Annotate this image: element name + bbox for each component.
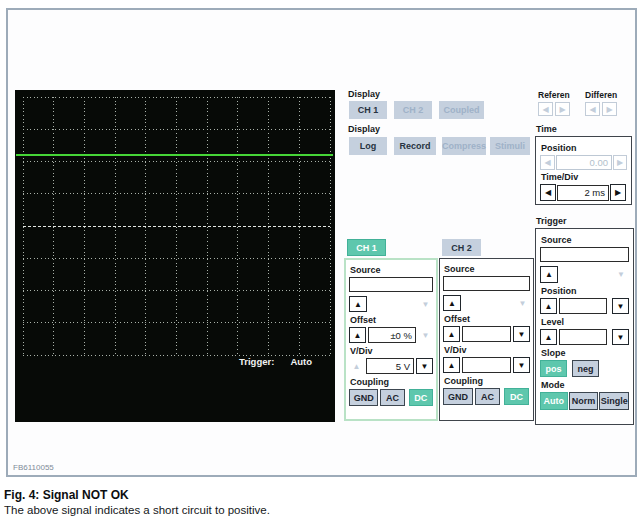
trigger-level-label: Level bbox=[541, 317, 629, 327]
time-div-increment-button[interactable]: ▶ bbox=[610, 184, 626, 201]
ch1-source-up-button[interactable]: ▲ bbox=[349, 296, 367, 312]
trigger-group-box: Source ▲ ▼ Position ▲ ▼ Level ▲ ▼ Slope … bbox=[535, 228, 634, 425]
display-channel-label: Display bbox=[348, 89, 380, 99]
up-arrow-icon: ▲ bbox=[353, 362, 361, 371]
trigger-level-up-button[interactable]: ▲ bbox=[540, 329, 557, 345]
mode-single-button[interactable]: Single bbox=[599, 392, 629, 410]
up-arrow-icon: ▲ bbox=[545, 270, 553, 279]
ch1-gnd-button[interactable]: GND bbox=[349, 389, 378, 406]
right-arrow-icon: ▶ bbox=[617, 158, 623, 167]
log-button[interactable]: Log bbox=[349, 137, 387, 155]
display-ch2-button[interactable]: CH 2 bbox=[394, 101, 432, 119]
trigger-level-value[interactable] bbox=[559, 329, 607, 345]
referen-label: Referen bbox=[538, 90, 570, 100]
ch2-dc-button[interactable]: DC bbox=[504, 388, 529, 405]
ch1-offset-down-button[interactable]: ▼ bbox=[418, 329, 433, 342]
left-arrow-icon: ◀ bbox=[542, 105, 548, 114]
trigger-group-label: Trigger bbox=[536, 216, 567, 226]
display-coupled-button[interactable]: Coupled bbox=[439, 101, 484, 119]
down-arrow-icon: ▼ bbox=[617, 302, 625, 311]
differen-label: Differen bbox=[585, 90, 617, 100]
down-arrow-icon: ▼ bbox=[518, 330, 526, 339]
trigger-position-down-button[interactable]: ▼ bbox=[612, 298, 629, 314]
trigger-status-value: Auto bbox=[290, 356, 312, 367]
display-ch1-button[interactable]: CH 1 bbox=[349, 101, 387, 119]
trigger-position-label: Position bbox=[541, 286, 629, 296]
up-arrow-icon: ▲ bbox=[545, 302, 553, 311]
trigger-source-up-button[interactable]: ▲ bbox=[540, 266, 558, 283]
ch2-source-label: Source bbox=[444, 264, 530, 274]
up-arrow-icon: ▲ bbox=[448, 330, 456, 339]
mode-norm-button[interactable]: Norm bbox=[569, 392, 599, 410]
up-arrow-icon: ▲ bbox=[545, 333, 553, 342]
ch2-vdiv-up-button[interactable]: ▲ bbox=[443, 357, 460, 373]
up-arrow-icon: ▲ bbox=[354, 331, 362, 340]
record-button[interactable]: Record bbox=[394, 137, 436, 155]
ch2-source-up-button[interactable]: ▲ bbox=[443, 295, 461, 311]
trigger-position-value[interactable] bbox=[559, 298, 607, 314]
time-position-increment-button[interactable]: ▶ bbox=[613, 155, 627, 170]
ch1-source-down-button[interactable]: ▼ bbox=[418, 298, 433, 311]
up-arrow-icon: ▲ bbox=[354, 300, 362, 309]
app-frame: Trigger: Auto FB6110055 Display CH 1 CH … bbox=[6, 8, 637, 477]
scope-status: Trigger: Auto bbox=[239, 356, 312, 367]
ch1-source-input[interactable] bbox=[349, 277, 433, 292]
ch1-vdiv-up-button[interactable]: ▲ bbox=[349, 360, 364, 373]
differen-prev-button[interactable]: ◀ bbox=[585, 102, 600, 116]
figure-caption-title: Fig. 4: Signal NOT OK bbox=[4, 488, 129, 502]
right-arrow-icon: ▶ bbox=[559, 105, 565, 114]
ch2-gnd-button[interactable]: GND bbox=[443, 388, 473, 405]
ch2-source-input[interactable] bbox=[443, 276, 530, 291]
up-arrow-icon: ▲ bbox=[448, 361, 456, 370]
time-position-value[interactable]: 0.00 bbox=[556, 155, 612, 170]
ch2-vdiv-down-button[interactable]: ▼ bbox=[513, 357, 530, 373]
scope-grid-and-trace bbox=[15, 90, 335, 422]
time-group-label: Time bbox=[536, 124, 557, 134]
left-arrow-icon: ◀ bbox=[544, 158, 550, 167]
trigger-source-down-button[interactable]: ▼ bbox=[613, 268, 629, 282]
trigger-position-up-button[interactable]: ▲ bbox=[540, 298, 557, 314]
slope-pos-button[interactable]: pos bbox=[540, 360, 567, 377]
ch1-vdiv-value[interactable]: 5 V bbox=[366, 358, 414, 374]
ch2-source-down-button[interactable]: ▼ bbox=[515, 297, 530, 310]
trigger-status-label: Trigger: bbox=[239, 356, 274, 367]
ch1-vdiv-down-button[interactable]: ▼ bbox=[416, 358, 433, 374]
time-div-value[interactable]: 2 ms bbox=[557, 185, 609, 201]
compress-button[interactable]: Compress bbox=[442, 137, 486, 155]
trigger-mode-label: Mode bbox=[541, 380, 629, 390]
ch1-dc-button[interactable]: DC bbox=[409, 389, 433, 406]
time-div-decrement-button[interactable]: ◀ bbox=[540, 184, 556, 201]
slope-neg-button[interactable]: neg bbox=[572, 360, 599, 377]
referen-next-button[interactable]: ▶ bbox=[555, 102, 570, 116]
ch2-vdiv-value[interactable] bbox=[462, 357, 511, 373]
differen-next-button[interactable]: ▶ bbox=[602, 102, 617, 116]
ch2-offset-label: Offset bbox=[444, 314, 530, 324]
time-group-box: Position ◀ 0.00 ▶ Time/Div ◀ 2 ms ▶ bbox=[535, 136, 632, 205]
ch1-offset-up-button[interactable]: ▲ bbox=[349, 327, 366, 343]
time-position-decrement-button[interactable]: ◀ bbox=[540, 155, 555, 170]
figure-code: FB6110055 bbox=[13, 463, 54, 472]
ch1-panel: Source ▲ ▼ Offset ▲ ±0 % ▼ V/Div ▲ 5 V ▼… bbox=[344, 258, 438, 421]
tab-ch1[interactable]: CH 1 bbox=[347, 239, 386, 256]
ch2-offset-down-button[interactable]: ▼ bbox=[513, 326, 530, 342]
ch2-offset-up-button[interactable]: ▲ bbox=[443, 326, 460, 342]
oscilloscope-display: Trigger: Auto bbox=[15, 90, 335, 422]
trigger-level-down-button[interactable]: ▼ bbox=[612, 329, 629, 345]
ch1-offset-value[interactable]: ±0 % bbox=[368, 327, 416, 343]
trigger-source-input[interactable] bbox=[540, 247, 629, 262]
down-arrow-icon: ▼ bbox=[519, 299, 527, 308]
ch2-coupling-label: Coupling bbox=[444, 376, 530, 386]
mode-auto-button[interactable]: Auto bbox=[540, 392, 568, 410]
down-arrow-icon: ▼ bbox=[518, 361, 526, 370]
ch2-ac-button[interactable]: AC bbox=[475, 388, 500, 405]
ch1-offset-label: Offset bbox=[350, 315, 433, 325]
referen-prev-button[interactable]: ◀ bbox=[538, 102, 553, 116]
trigger-slope-label: Slope bbox=[541, 348, 629, 358]
ch2-panel: Source ▲ ▼ Offset ▲ ▼ V/Div ▲ ▼ Coupling… bbox=[439, 258, 534, 421]
ch1-ac-button[interactable]: AC bbox=[380, 389, 404, 406]
down-arrow-icon: ▼ bbox=[617, 270, 625, 279]
up-arrow-icon: ▲ bbox=[448, 299, 456, 308]
ch2-offset-value[interactable] bbox=[462, 326, 511, 342]
tab-ch2[interactable]: CH 2 bbox=[442, 239, 481, 256]
stimuli-button[interactable]: Stimuli bbox=[490, 137, 530, 155]
